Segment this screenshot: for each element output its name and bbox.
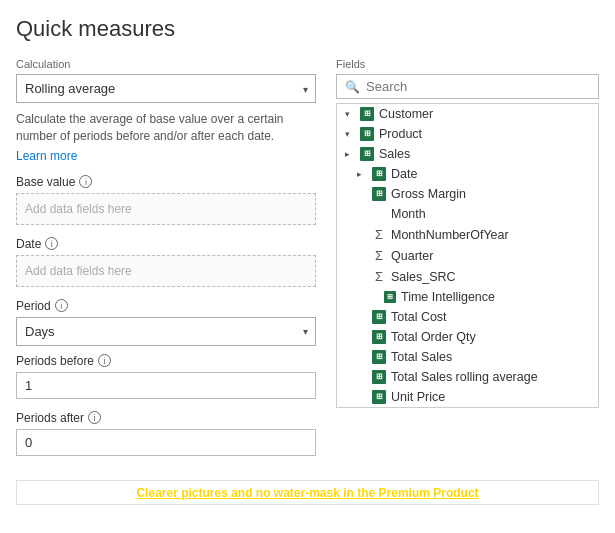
- field-item-total_sales_rolling[interactable]: ⊞Total Sales rolling average: [337, 367, 598, 387]
- table-icon-total_cost: ⊞: [372, 310, 386, 324]
- periods-after-section-label: Periods after i: [16, 411, 316, 425]
- field-label-sales: Sales: [379, 147, 410, 161]
- periods-before-info-icon[interactable]: i: [98, 354, 111, 367]
- period-dropdown-wrapper: DaysWeeksMonthsYears ▾: [16, 317, 316, 346]
- calculation-label: Calculation: [16, 58, 316, 70]
- field-item-product[interactable]: ▾⊞Product: [337, 124, 598, 144]
- period-info-icon[interactable]: i: [55, 299, 68, 312]
- chevron-icon-sales: ▸: [345, 149, 355, 159]
- base-value-section-label: Base value i: [16, 175, 316, 189]
- field-item-gross_margin[interactable]: ⊞Gross Margin: [337, 184, 598, 204]
- periods-before-label-text: Periods before: [16, 354, 94, 368]
- sigma-icon-month_number: Σ: [372, 227, 386, 242]
- base-value-drop-field[interactable]: Add data fields here: [16, 193, 316, 225]
- watermark-text: Clearer pictures and no water-mask in th…: [136, 486, 478, 500]
- periods-before-section-label: Periods before i: [16, 354, 316, 368]
- page-title: Quick measures: [16, 16, 599, 42]
- field-item-customer[interactable]: ▾⊞Customer: [337, 104, 598, 124]
- table-icon-date: ⊞: [372, 167, 386, 181]
- table-icon-total_sales_rolling: ⊞: [372, 370, 386, 384]
- calculation-description: Calculate the average of base value over…: [16, 111, 316, 145]
- field-item-quarter[interactable]: ΣQuarter: [337, 245, 598, 266]
- fields-list: ▾⊞Customer▾⊞Product▸⊞Sales▸⊞Date⊞Gross M…: [336, 103, 599, 408]
- date-info-icon[interactable]: i: [45, 237, 58, 250]
- field-item-sales_src[interactable]: ΣSales_SRC: [337, 266, 598, 287]
- left-panel: Calculation Rolling averageAverage per c…: [16, 58, 316, 468]
- table-icon-total_order_qty: ⊞: [372, 330, 386, 344]
- field-label-customer: Customer: [379, 107, 433, 121]
- field-label-unit_price: Unit Price: [391, 390, 445, 404]
- table-icon-gross_margin: ⊞: [372, 187, 386, 201]
- field-label-month_number: MonthNumberOfYear: [391, 228, 509, 242]
- table-icon-product: ⊞: [360, 127, 374, 141]
- field-label-product: Product: [379, 127, 422, 141]
- fields-search-box: 🔍: [336, 74, 599, 99]
- base-value-info-icon[interactable]: i: [79, 175, 92, 188]
- field-item-month_number[interactable]: ΣMonthNumberOfYear: [337, 224, 598, 245]
- field-label-date: Date: [391, 167, 417, 181]
- table-icon-customer: ⊞: [360, 107, 374, 121]
- table-icon-total_sales: ⊞: [372, 350, 386, 364]
- field-item-sales[interactable]: ▸⊞Sales: [337, 144, 598, 164]
- field-item-time_intelligence[interactable]: ⊞Time Intelligence: [337, 287, 598, 307]
- periods-before-input[interactable]: [16, 372, 316, 399]
- chevron-icon-customer: ▾: [345, 109, 355, 119]
- table-icon-sales: ⊞: [360, 147, 374, 161]
- periods-after-info-icon[interactable]: i: [88, 411, 101, 424]
- field-item-total_sales[interactable]: ⊞Total Sales: [337, 347, 598, 367]
- date-drop-field[interactable]: Add data fields here: [16, 255, 316, 287]
- search-input[interactable]: [366, 79, 590, 94]
- field-label-total_order_qty: Total Order Qty: [391, 330, 476, 344]
- field-label-gross_margin: Gross Margin: [391, 187, 466, 201]
- period-label-text: Period: [16, 299, 51, 313]
- table-icon-unit_price: ⊞: [372, 390, 386, 404]
- field-label-sales_src: Sales_SRC: [391, 270, 456, 284]
- search-icon: 🔍: [345, 80, 360, 94]
- periods-after-label-text: Periods after: [16, 411, 84, 425]
- period-select[interactable]: DaysWeeksMonthsYears: [16, 317, 316, 346]
- date-section-label: Date i: [16, 237, 316, 251]
- field-label-quarter: Quarter: [391, 249, 433, 263]
- field-item-month[interactable]: Month: [337, 204, 598, 224]
- period-section-label: Period i: [16, 299, 316, 313]
- right-panel: Fields 🔍 ▾⊞Customer▾⊞Product▸⊞Sales▸⊞Dat…: [336, 58, 599, 468]
- fields-label: Fields: [336, 58, 599, 70]
- field-item-total_cost[interactable]: ⊞Total Cost: [337, 307, 598, 327]
- sigma-icon-quarter: Σ: [372, 248, 386, 263]
- small-table-icon-time_intelligence: ⊞: [384, 291, 396, 303]
- chevron-icon-date: ▸: [357, 169, 367, 179]
- field-item-unit_price[interactable]: ⊞Unit Price: [337, 387, 598, 407]
- learn-more-link[interactable]: Learn more: [16, 149, 316, 163]
- chevron-icon-product: ▾: [345, 129, 355, 139]
- watermark-bar: Clearer pictures and no water-mask in th…: [16, 480, 599, 505]
- calculation-dropdown-wrapper: Rolling averageAverage per categoryWeigh…: [16, 74, 316, 103]
- date-label-text: Date: [16, 237, 41, 251]
- field-item-date[interactable]: ▸⊞Date: [337, 164, 598, 184]
- field-label-total_cost: Total Cost: [391, 310, 447, 324]
- field-item-total_order_qty[interactable]: ⊞Total Order Qty: [337, 327, 598, 347]
- periods-after-input[interactable]: [16, 429, 316, 456]
- field-label-time_intelligence: Time Intelligence: [401, 290, 495, 304]
- field-label-total_sales: Total Sales: [391, 350, 452, 364]
- sigma-icon-sales_src: Σ: [372, 269, 386, 284]
- field-label-total_sales_rolling: Total Sales rolling average: [391, 370, 538, 384]
- calculation-select[interactable]: Rolling averageAverage per categoryWeigh…: [16, 74, 316, 103]
- field-label-month: Month: [391, 207, 426, 221]
- base-value-label-text: Base value: [16, 175, 75, 189]
